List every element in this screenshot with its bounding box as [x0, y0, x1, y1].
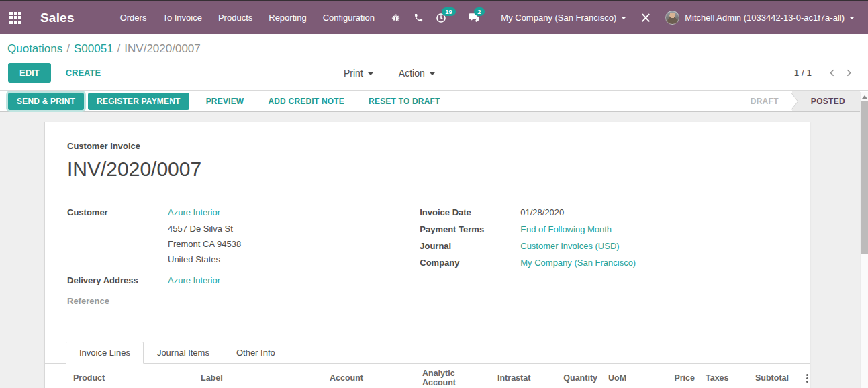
breadcrumb-quotations[interactable]: Quotations [7, 42, 62, 55]
print-action-group: Print Action [336, 64, 443, 83]
customer-address-line: 4557 De Silva St [168, 222, 420, 235]
chevron-down-icon [621, 17, 626, 19]
send-print-button[interactable]: SEND & PRINT [8, 93, 84, 110]
app-menu: Orders To Invoice Products Reporting Con… [112, 1, 383, 34]
apps-grid-icon [9, 12, 21, 24]
breadcrumb-separator: / [113, 42, 125, 55]
invoice-info-field-group: Invoice Date 01/28/2020 Payment Terms En… [420, 206, 787, 311]
voip-phone-button[interactable] [407, 1, 430, 34]
menu-products[interactable]: Products [210, 1, 260, 34]
user-menu[interactable]: Mitchell Admin (1033442-13-0-ac1f7a-all) [657, 1, 863, 34]
action-dropdown[interactable]: Action [391, 64, 443, 83]
customer-address-line: Fremont CA 94538 [168, 238, 420, 250]
edit-button[interactable]: EDIT [8, 63, 51, 83]
invoice-number-title: INV/2020/0007 [67, 158, 787, 181]
apps-menu-button[interactable] [0, 1, 31, 34]
tab-other-info[interactable]: Other Info [223, 342, 289, 364]
topbar-systray: 19 2 My Company (San Francisco) [384, 1, 868, 34]
company-switcher-label: My Company (San Francisco) [501, 13, 616, 23]
col-subtotal[interactable]: Subtotal [737, 369, 794, 387]
top-navbar: Sales Orders To Invoice Products Reporti… [0, 1, 868, 34]
delivery-address-link[interactable]: Azure Interior [168, 275, 220, 285]
company-field-label: Company [420, 256, 520, 269]
col-price[interactable]: Price [662, 369, 700, 387]
form-view-container: Customer Invoice INV/2020/0007 Customer … [0, 112, 868, 388]
notebook: Invoice Lines Journal Items Other Info P… [45, 342, 810, 388]
wrench-screwdriver-icon [640, 13, 651, 23]
reset-to-draft-button[interactable]: RESET TO DRAFT [360, 93, 449, 110]
company-switcher[interactable]: My Company (San Francisco) [493, 1, 634, 34]
col-uom[interactable]: UoM [603, 369, 662, 387]
breadcrumb-separator: / [62, 42, 74, 55]
col-label[interactable]: Label [195, 369, 324, 387]
invoice-lines-table: Product Label Account Analytic Account I… [45, 364, 810, 388]
breadcrumb: Quotations/S00051/INV/2020/0007 [0, 34, 868, 57]
field-groups: Customer Azure Interior 4557 De Silva St… [67, 206, 787, 311]
scrollbar-up-arrow[interactable] [862, 95, 867, 99]
invoice-date-value[interactable]: 01/28/2020 [520, 206, 564, 219]
invoice-sheet: Customer Invoice INV/2020/0007 Customer … [44, 122, 810, 388]
scrollbar-thumb[interactable] [861, 101, 868, 254]
payment-terms-field-label: Payment Terms [420, 223, 520, 236]
customer-link[interactable]: Azure Interior [168, 207, 220, 217]
chevron-right-icon [845, 68, 853, 77]
menu-reporting[interactable]: Reporting [260, 1, 314, 34]
pager-previous-button[interactable] [824, 67, 840, 79]
journal-link[interactable]: Customer Invoices (USD) [520, 241, 619, 251]
stage-posted-active[interactable]: POSTED [792, 91, 860, 111]
add-credit-note-button[interactable]: ADD CREDIT NOTE [259, 93, 353, 110]
col-quantity[interactable]: Quantity [540, 369, 603, 387]
print-label: Print [344, 68, 363, 79]
breadcrumb-s00051[interactable]: S00051 [74, 42, 113, 55]
col-intrastat[interactable]: Intrastat [492, 369, 540, 387]
col-product[interactable]: Product [68, 369, 195, 387]
status-stages: DRAFT POSTED [741, 91, 860, 111]
tab-journal-items[interactable]: Journal Items [144, 342, 223, 364]
company-link[interactable]: My Company (San Francisco) [520, 258, 636, 268]
messages-count-badge: 2 [474, 7, 484, 16]
menu-to-invoice[interactable]: To Invoice [154, 1, 210, 34]
phone-icon [414, 13, 424, 23]
delivery-address-field-label: Delivery Address [67, 274, 168, 287]
col-taxes[interactable]: Taxes [700, 369, 737, 387]
messages-button[interactable]: 2 [462, 1, 485, 34]
col-analytic-account[interactable]: Analytic Account [417, 364, 492, 388]
statusbar: SEND & PRINT REGISTER PAYMENT PREVIEW AD… [0, 90, 868, 112]
control-panel: Quotations/S00051/INV/2020/0007 EDIT CRE… [0, 34, 868, 90]
stage-draft[interactable]: DRAFT [741, 91, 792, 111]
table-header-row: Product Label Account Analytic Account I… [45, 364, 810, 388]
preview-button[interactable]: PREVIEW [197, 93, 253, 110]
app-window: Sales Orders To Invoice Products Reporti… [0, 0, 868, 388]
document-type-label: Customer Invoice [67, 141, 787, 151]
bug-icon [391, 13, 401, 23]
user-avatar [665, 11, 679, 25]
pager-next-button[interactable] [840, 67, 857, 79]
reference-field-label: Reference [67, 295, 168, 307]
menu-orders[interactable]: Orders [112, 1, 155, 34]
customer-address-line: United States [168, 253, 420, 266]
chevron-left-icon [828, 68, 836, 77]
vertical-scrollbar[interactable] [860, 92, 868, 388]
register-payment-button[interactable]: REGISTER PAYMENT [88, 93, 189, 110]
pager: 1 / 1 [794, 67, 857, 79]
customer-field-label: Customer [67, 206, 168, 219]
tab-invoice-lines[interactable]: Invoice Lines [66, 342, 144, 364]
print-dropdown[interactable]: Print [336, 64, 381, 83]
handle-column-spacer [45, 373, 68, 382]
payment-terms-link[interactable]: End of Following Month [520, 224, 612, 234]
action-label: Action [399, 68, 425, 79]
app-title[interactable]: Sales [40, 11, 75, 26]
chevron-down-icon [849, 17, 855, 19]
col-account[interactable]: Account [324, 369, 417, 387]
partner-field-group: Customer Azure Interior 4557 De Silva St… [67, 206, 420, 311]
menu-configuration[interactable]: Configuration [315, 1, 383, 34]
create-button[interactable]: CREATE [56, 63, 110, 83]
chevron-down-icon [430, 72, 435, 75]
debug-bug-icon[interactable] [384, 1, 407, 34]
journal-field-label: Journal [420, 240, 520, 252]
activities-button[interactable]: 19 [430, 1, 452, 34]
notebook-tabs: Invoice Lines Journal Items Other Info [45, 342, 810, 364]
statusbar-buttons: SEND & PRINT REGISTER PAYMENT PREVIEW AD… [0, 91, 456, 111]
optional-columns-button[interactable] [800, 371, 815, 385]
support-tools-button[interactable] [634, 1, 657, 34]
